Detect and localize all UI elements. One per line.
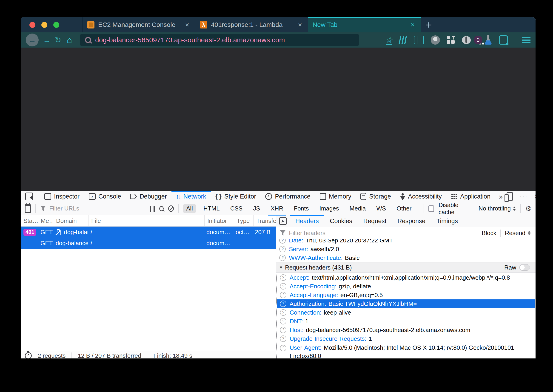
tab-lambda[interactable]: λ 401response:1 - Lambda × — [195, 17, 308, 32]
tab-headers[interactable]: Headers — [290, 215, 324, 227]
resend-button[interactable]: Resend — [501, 230, 532, 237]
request-header-row[interactable]: ? DNT:1 — [277, 317, 535, 326]
column-file[interactable]: File — [89, 215, 204, 226]
forward-button[interactable]: → — [41, 36, 52, 45]
tab-timings[interactable]: Timings — [431, 215, 464, 227]
help-icon[interactable]: ? — [280, 283, 286, 289]
pick-element-icon[interactable] — [25, 193, 33, 200]
tab-inspector[interactable]: Inspector — [40, 191, 84, 202]
request-header-row[interactable]: ? Accept:text/html,application/xhtml+xml… — [277, 273, 535, 282]
tab-new-tab[interactable]: New Tab × — [308, 17, 421, 32]
honey-badger-extension-icon[interactable] — [462, 36, 471, 44]
request-row[interactable]: GET dog-balancer-5… / docum… — [21, 238, 276, 249]
request-row[interactable]: 401 GET dog-balance… / docum… oct… 207 B… — [21, 227, 276, 238]
new-tab-button[interactable]: + — [421, 17, 437, 32]
filter-type-fonts[interactable]: Fonts — [291, 204, 312, 213]
response-header-row[interactable]: ? Date:Thu, 03 Sep 2020 20:37:22 GMT — [276, 239, 536, 245]
help-icon[interactable]: ? — [280, 327, 286, 333]
close-tab-icon[interactable]: × — [409, 21, 416, 29]
menu-icon[interactable] — [522, 37, 531, 43]
request-header-row[interactable]: ? Upgrade-Insecure-Requests:1 — [277, 334, 535, 343]
request-header-row[interactable]: ? Accept-Language:en-GB,en;q=0.5 — [277, 291, 535, 299]
filter-type-js[interactable]: JS — [250, 204, 263, 213]
pause-traffic-icon[interactable] — [150, 206, 155, 212]
help-icon[interactable]: ? — [279, 255, 286, 261]
request-header-row-authorization-selected[interactable]: ? Authorization:Basic TWFydGluOkNhYXJlbH… — [277, 299, 535, 308]
request-header-row[interactable]: ? Host:dog-balancer-565097170.ap-southea… — [277, 326, 535, 334]
filter-type-ws[interactable]: WS — [373, 204, 389, 213]
clear-requests-icon[interactable] — [25, 204, 31, 213]
help-icon[interactable]: ? — [280, 318, 286, 324]
reload-button[interactable]: ↻ — [52, 35, 63, 45]
zoom-window-button[interactable] — [53, 22, 59, 28]
account-avatar[interactable] — [431, 35, 440, 45]
help-icon[interactable]: ? — [280, 292, 286, 298]
filter-type-images[interactable]: Images — [316, 204, 342, 213]
url-text[interactable]: dog-balancer-565097170.ap-southeast-2.el… — [95, 36, 285, 44]
response-header-row[interactable]: ? WWW-Authenticate:Basic — [276, 253, 536, 262]
extensions-grid-icon[interactable]: + — [447, 36, 455, 44]
flask-extension-icon[interactable] — [484, 35, 492, 45]
column-domain[interactable]: Domain — [53, 215, 89, 226]
tab-application[interactable]: Application — [446, 191, 495, 202]
tab-storage[interactable]: Storage — [356, 191, 396, 202]
help-icon[interactable]: ? — [280, 345, 286, 351]
tab-debugger[interactable]: Debugger — [126, 191, 171, 202]
help-icon[interactable]: ? — [279, 239, 286, 244]
sidebar-toggle-icon[interactable] — [414, 36, 424, 44]
url-bar[interactable]: dog-balancer-565097170.ap-southeast-2.el… — [80, 34, 359, 46]
tab-cookies[interactable]: Cookies — [324, 215, 358, 227]
tab-request[interactable]: Request — [358, 215, 392, 227]
raw-toggle[interactable] — [519, 264, 530, 271]
throttling-dropdown[interactable]: No throttling — [478, 205, 516, 212]
devtools-menu-icon[interactable]: ··· — [519, 193, 528, 200]
help-icon[interactable]: ? — [280, 336, 286, 342]
responsive-design-icon[interactable] — [507, 192, 513, 201]
help-icon[interactable]: ? — [280, 274, 286, 281]
filter-type-xhr[interactable]: XHR — [268, 204, 286, 213]
response-header-row[interactable]: ? Server:awselb/2.0 — [276, 245, 536, 253]
bookmark-star-icon[interactable]: ☆ — [385, 36, 392, 44]
column-status[interactable]: Sta… — [21, 215, 38, 226]
close-devtools-icon[interactable]: × — [534, 192, 536, 202]
minimize-window-button[interactable] — [41, 22, 47, 28]
tab-network[interactable]: ↑↓ Network — [171, 191, 211, 202]
tab-console[interactable]: › Console — [84, 191, 126, 202]
column-method[interactable]: Me… — [38, 215, 53, 226]
back-button[interactable]: ← — [26, 34, 39, 46]
filter-type-html[interactable]: HTML — [200, 204, 223, 213]
close-tab-icon[interactable]: × — [184, 21, 190, 29]
disable-cache-checkbox[interactable] — [428, 205, 434, 212]
library-icon[interactable] — [399, 36, 408, 44]
filter-type-media[interactable]: Media — [347, 204, 369, 213]
container-extension-icon[interactable] — [499, 35, 508, 45]
close-window-button[interactable] — [29, 22, 35, 28]
disable-cache-label[interactable]: Disable cache — [439, 202, 469, 216]
close-tab-icon[interactable]: × — [296, 21, 303, 29]
request-header-row-user-agent[interactable]: ? User-Agent:Mozilla/5.0 (Macintosh; Int… — [277, 343, 535, 358]
request-headers-section[interactable]: ▾ Request headers (431 B) Raw — [276, 262, 536, 273]
request-header-row[interactable]: ? Accept-Encoding:gzip, deflate — [277, 282, 535, 291]
filter-type-css[interactable]: CSS — [227, 204, 245, 213]
block-requests-icon[interactable] — [168, 205, 174, 212]
split-view-icon[interactable]: ▶ — [279, 217, 287, 225]
block-button[interactable]: Block — [478, 230, 501, 237]
search-requests-icon[interactable] — [159, 206, 164, 211]
filter-urls-input[interactable]: Filter URLs — [40, 205, 145, 212]
gear-icon[interactable]: ⚙ — [525, 204, 531, 213]
tab-ec2-console[interactable]: EC2 Management Console × — [82, 17, 195, 32]
tab-performance[interactable]: Performance — [261, 191, 315, 202]
help-icon[interactable]: ? — [280, 301, 286, 307]
request-header-row[interactable]: ? Connection:keep-alive — [277, 308, 535, 317]
tab-response[interactable]: Response — [392, 215, 431, 227]
filter-type-all[interactable]: All — [183, 204, 196, 213]
collapse-caret-icon[interactable]: ▾ — [280, 265, 282, 270]
tab-accessibility[interactable]: Accessibility — [396, 191, 446, 202]
filter-type-other[interactable]: Other — [393, 204, 414, 213]
home-button[interactable]: ⌂ — [63, 35, 75, 45]
tab-memory[interactable]: Memory — [315, 191, 356, 202]
tab-style-editor[interactable]: { } Style Editor — [211, 191, 261, 202]
help-icon[interactable]: ? — [280, 309, 286, 316]
column-type[interactable]: Type — [234, 215, 253, 226]
column-initiator[interactable]: Initiator — [204, 215, 234, 226]
